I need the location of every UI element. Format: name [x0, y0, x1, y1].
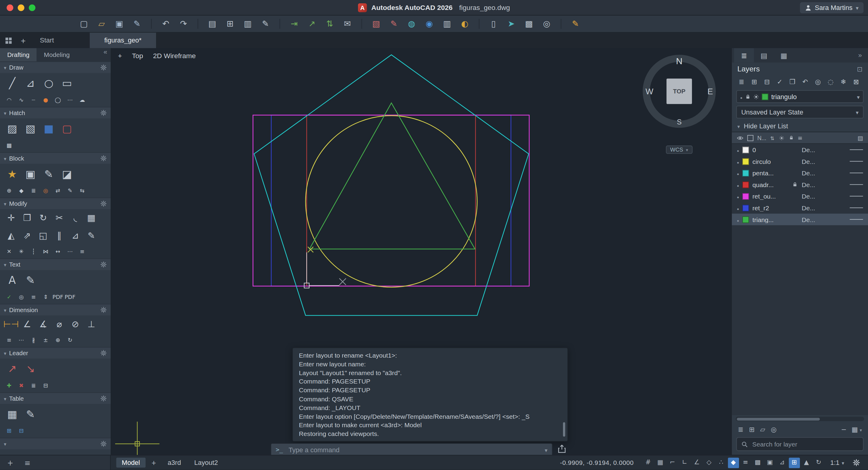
aligned-dimension-tool[interactable]: ∠	[20, 317, 34, 332]
model-tab[interactable]: Model	[116, 458, 146, 468]
layer-name[interactable]: penta...	[752, 169, 789, 176]
mirror-tool[interactable]: ◭	[4, 229, 19, 243]
annotation-scale-control[interactable]: 1:1	[827, 459, 848, 467]
replace-block-tool[interactable]: ⇆	[77, 185, 87, 196]
line-tool[interactable]: ╱	[4, 75, 21, 91]
sun-icon[interactable]	[778, 135, 785, 140]
insert-block-tool[interactable]: ★	[4, 165, 21, 182]
save-icon[interactable]: ▣	[113, 18, 126, 30]
palette-section-header[interactable]	[0, 438, 111, 449]
sheet-sets-palette-tab[interactable]: ▦	[774, 48, 794, 63]
section-gear-icon[interactable]	[100, 155, 107, 161]
dynamic-input-icon[interactable]: ⊞	[789, 457, 800, 468]
layer-status-icon[interactable]	[737, 205, 739, 211]
layer-isolate-icon[interactable]: ◎	[771, 426, 776, 433]
insert-columns-tool[interactable]: ⊟	[16, 426, 27, 436]
palette-section-header[interactable]: Draw	[0, 61, 111, 73]
multiple-points-tool[interactable]: ⋯	[65, 95, 75, 105]
open-file-icon[interactable]: ▱	[95, 18, 108, 30]
section-gear-icon[interactable]	[100, 200, 107, 207]
layer-status-icon[interactable]	[737, 158, 739, 164]
dimension-break-tool[interactable]: ∦	[28, 335, 39, 345]
layer-row[interactable]: triang... De...	[732, 214, 868, 225]
layer-status-icon[interactable]	[737, 181, 739, 188]
match-layer-icon[interactable]: ❐	[786, 76, 798, 87]
grid-display-icon[interactable]: #	[643, 457, 654, 468]
annotation-visibility-icon[interactable]: ▲	[801, 457, 812, 468]
quick-plot-icon[interactable]: ⊞	[224, 18, 236, 30]
command-input[interactable]	[287, 445, 540, 454]
palette-section-header[interactable]: Dimension	[0, 304, 111, 315]
collect-leaders-tool[interactable]: ⊟	[40, 380, 51, 391]
add-tool-button[interactable]: +	[7, 459, 13, 466]
tab-start[interactable]: Start	[30, 33, 64, 48]
isolate-layer-icon[interactable]: ◎	[812, 76, 824, 87]
tool-sets-tab[interactable]: Modeling	[37, 48, 77, 61]
section-gear-icon[interactable]	[100, 261, 107, 268]
layer-search-box[interactable]	[736, 437, 864, 451]
import-pdf-text-tool[interactable]: PDF	[53, 292, 63, 302]
hatch-tool[interactable]: ▨	[4, 120, 21, 137]
radius-dimension-tool[interactable]: ⌀	[52, 317, 67, 332]
section-gear-icon[interactable]	[100, 64, 107, 71]
properties-palette-tab[interactable]: ▤	[754, 48, 774, 63]
edit-polyline-tool[interactable]: ✎	[84, 229, 98, 243]
transparency-icon[interactable]: ▩	[752, 457, 764, 468]
sort-icon[interactable]	[770, 135, 775, 141]
polyline-tool[interactable]: ⊿	[22, 75, 38, 91]
customization-gear-icon[interactable]	[850, 459, 862, 467]
lock-layer-icon[interactable]: ⊠	[850, 76, 862, 87]
layer-lock-icon[interactable]	[792, 181, 798, 187]
close-window-button[interactable]	[7, 4, 13, 11]
insert-table-tool[interactable]: ▦	[4, 406, 21, 422]
redo-icon[interactable]: ↷	[177, 18, 190, 30]
find-replace-tool[interactable]: ◎	[16, 292, 27, 302]
spell-check-tool[interactable]: ✓	[4, 292, 14, 302]
section-gear-icon[interactable]	[100, 307, 107, 313]
user-account-menu[interactable]: Sara Martins	[800, 2, 864, 13]
markup-import-icon[interactable]: ▧	[370, 18, 382, 30]
create-block-tool[interactable]: ▣	[22, 165, 38, 182]
status-column-icon[interactable]	[747, 135, 753, 141]
selection-cycling-icon[interactable]: ▣	[764, 457, 775, 468]
layers-panel-menu-icon[interactable]: ⊡	[857, 66, 862, 72]
set-current-layer-icon[interactable]: ✓	[774, 76, 786, 87]
layer-row[interactable]: circulo De...	[732, 155, 868, 167]
layer-row[interactable]: ret_r2 De...	[732, 202, 868, 214]
help-feedback-icon[interactable]: ✎	[569, 18, 582, 30]
spline-tool[interactable]: ∿	[16, 95, 27, 105]
plot-preview-icon[interactable]: ▥	[241, 18, 254, 30]
chamfer-tool[interactable]: ⊿	[68, 229, 83, 243]
construction-line-tool[interactable]: ┈	[28, 95, 39, 105]
layer-lineweight[interactable]: De...	[802, 181, 818, 188]
new-group-filter-icon[interactable]: ⊞	[749, 426, 754, 433]
object-snap-tracking-icon[interactable]: ∴	[715, 457, 727, 468]
delete-layer-icon[interactable]: ⊟	[761, 76, 773, 87]
shared-views-icon[interactable]: ◍	[405, 18, 418, 30]
layer-row[interactable]: quadr... De...	[732, 179, 868, 190]
publish-icon[interactable]: ⇅	[323, 18, 336, 30]
viewcube-east[interactable]: E	[707, 87, 713, 96]
align-tool[interactable]: ≡	[77, 246, 87, 257]
layer-status-icon[interactable]	[737, 216, 739, 223]
ellipse-tool[interactable]: ◯	[53, 95, 63, 105]
columns-button[interactable]: ▦	[851, 426, 862, 433]
layer-settings-icon[interactable]: ≣	[738, 426, 743, 433]
section-gear-icon[interactable]	[100, 110, 107, 116]
collapse-row-button[interactable]: −	[841, 426, 846, 433]
palette-section-header[interactable]: Text	[0, 258, 111, 270]
gradient-tool[interactable]: ▧	[22, 120, 38, 137]
rotate-tool[interactable]: ↻	[36, 211, 50, 225]
layer-state-dropdown[interactable]: Unsaved Layer State	[736, 106, 864, 118]
plot-icon[interactable]: ▤	[206, 18, 218, 30]
stretch-tool[interactable]: ⇗	[20, 229, 34, 243]
hatch-edit-tool[interactable]: ▩	[4, 140, 14, 151]
yellow-circle-shape[interactable]	[306, 116, 477, 287]
define-attribute-tool[interactable]: ◆	[16, 185, 27, 196]
palette-section-header[interactable]: Block	[0, 152, 111, 164]
model-space-canvas[interactable]: + Top 2D Wireframe	[111, 48, 731, 455]
angular-dimension-tool[interactable]: ∡	[36, 317, 50, 332]
trim-tool[interactable]: ✂	[52, 211, 67, 225]
markup-assist-icon[interactable]: ✎	[388, 18, 400, 30]
linetype-column-icon[interactable]	[798, 135, 803, 141]
